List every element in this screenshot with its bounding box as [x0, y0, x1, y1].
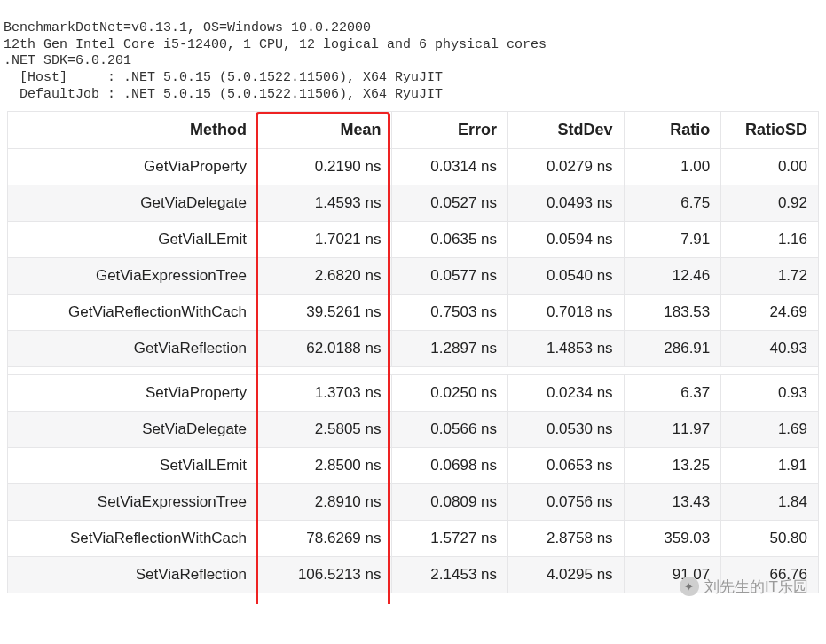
cell-mean: 2.8910 ns	[258, 483, 392, 520]
table-row: GetViaProperty0.2190 ns0.0314 ns0.0279 n…	[8, 148, 819, 185]
cell-stddev: 2.8758 ns	[508, 520, 625, 556]
cell-mean: 2.5805 ns	[258, 411, 392, 447]
header-line: .NET SDK=6.0.201	[4, 53, 131, 68]
cell-method: SetViaProperty	[8, 374, 258, 411]
cell-mean: 0.2190 ns	[258, 148, 392, 185]
cell-ratio: 6.37	[624, 374, 721, 411]
cell-method: SetViaDelegate	[8, 411, 258, 447]
cell-ratio: 183.53	[624, 294, 721, 330]
cell-stddev: 4.0295 ns	[508, 556, 625, 593]
table-row: SetViaDelegate2.5805 ns0.0566 ns0.0530 n…	[8, 411, 819, 447]
cell-ratiosd: 1.84	[721, 483, 819, 520]
cell-mean: 1.4593 ns	[258, 185, 392, 221]
table-row: GetViaDelegate1.4593 ns0.0527 ns0.0493 n…	[8, 185, 819, 221]
benchmark-table: Method Mean Error StdDev Ratio RatioSD G…	[7, 111, 819, 593]
table-spacer-row	[8, 366, 819, 374]
table-row: SetViaProperty1.3703 ns0.0250 ns0.0234 n…	[8, 374, 819, 411]
cell-ratio: 13.25	[624, 447, 721, 483]
cell-method: SetViaILEmit	[8, 447, 258, 483]
cell-method: GetViaReflection	[8, 330, 258, 366]
cell-ratiosd: 1.69	[721, 411, 819, 447]
cell-error: 0.0566 ns	[392, 411, 508, 447]
cell-ratio: 1.00	[624, 148, 721, 185]
benchmark-header: BenchmarkDotNet=v0.13.1, OS=Windows 10.0…	[0, 0, 826, 111]
cell-stddev: 0.0493 ns	[508, 185, 625, 221]
cell-stddev: 0.0594 ns	[508, 221, 625, 257]
cell-error: 0.0809 ns	[392, 483, 508, 520]
spacer-cell	[8, 366, 819, 374]
cell-error: 0.0635 ns	[392, 221, 508, 257]
cell-method: GetViaDelegate	[8, 185, 258, 221]
table-row: SetViaReflection106.5213 ns2.1453 ns4.02…	[8, 556, 819, 593]
cell-method: GetViaExpressionTree	[8, 257, 258, 294]
cell-error: 1.5727 ns	[392, 520, 508, 556]
header-line: BenchmarkDotNet=v0.13.1, OS=Windows 10.0…	[4, 20, 371, 35]
cell-ratiosd: 50.80	[721, 520, 819, 556]
table-row: SetViaILEmit2.8500 ns0.0698 ns0.0653 ns1…	[8, 447, 819, 483]
col-stddev: StdDev	[508, 111, 625, 148]
cell-method: SetViaExpressionTree	[8, 483, 258, 520]
cell-error: 0.7503 ns	[392, 294, 508, 330]
cell-ratiosd: 1.16	[721, 221, 819, 257]
cell-method: SetViaReflection	[8, 556, 258, 593]
cell-mean: 1.3703 ns	[258, 374, 392, 411]
benchmark-table-wrap: Method Mean Error StdDev Ratio RatioSD G…	[0, 111, 826, 604]
cell-mean: 1.7021 ns	[258, 221, 392, 257]
header-line: [Host] : .NET 5.0.15 (5.0.1522.11506), X…	[4, 70, 443, 85]
table-row: SetViaReflectionWithCach78.6269 ns1.5727…	[8, 520, 819, 556]
cell-ratiosd: 24.69	[721, 294, 819, 330]
cell-ratiosd: 0.00	[721, 148, 819, 185]
cell-ratio: 11.97	[624, 411, 721, 447]
cell-stddev: 0.0756 ns	[508, 483, 625, 520]
cell-error: 2.1453 ns	[392, 556, 508, 593]
cell-mean: 2.8500 ns	[258, 447, 392, 483]
table-row: GetViaILEmit1.7021 ns0.0635 ns0.0594 ns7…	[8, 221, 819, 257]
cell-ratio: 359.03	[624, 520, 721, 556]
cell-method: SetViaReflectionWithCach	[8, 520, 258, 556]
cell-error: 0.0527 ns	[392, 185, 508, 221]
cell-ratiosd: 0.93	[721, 374, 819, 411]
table-body: GetViaProperty0.2190 ns0.0314 ns0.0279 n…	[8, 148, 819, 593]
cell-error: 0.0314 ns	[392, 148, 508, 185]
cell-mean: 62.0188 ns	[258, 330, 392, 366]
cell-ratiosd: 40.93	[721, 330, 819, 366]
table-header-row: Method Mean Error StdDev Ratio RatioSD	[8, 111, 819, 148]
cell-ratio: 91.07	[624, 556, 721, 593]
cell-mean: 2.6820 ns	[258, 257, 392, 294]
cell-stddev: 0.0540 ns	[508, 257, 625, 294]
header-line: 12th Gen Intel Core i5-12400, 1 CPU, 12 …	[4, 37, 547, 52]
cell-ratiosd: 1.91	[721, 447, 819, 483]
cell-ratiosd: 1.72	[721, 257, 819, 294]
cell-method: GetViaILEmit	[8, 221, 258, 257]
cell-mean: 39.5261 ns	[258, 294, 392, 330]
cell-method: GetViaProperty	[8, 148, 258, 185]
cell-stddev: 0.7018 ns	[508, 294, 625, 330]
cell-stddev: 1.4853 ns	[508, 330, 625, 366]
cell-stddev: 0.0653 ns	[508, 447, 625, 483]
col-error: Error	[392, 111, 508, 148]
cell-mean: 78.6269 ns	[258, 520, 392, 556]
cell-ratiosd: 0.92	[721, 185, 819, 221]
cell-stddev: 0.0234 ns	[508, 374, 625, 411]
cell-error: 1.2897 ns	[392, 330, 508, 366]
cell-stddev: 0.0530 ns	[508, 411, 625, 447]
cell-method: GetViaReflectionWithCach	[8, 294, 258, 330]
cell-ratiosd: 66.76	[721, 556, 819, 593]
col-mean: Mean	[258, 111, 392, 148]
header-line: DefaultJob : .NET 5.0.15 (5.0.1522.11506…	[4, 87, 443, 102]
cell-error: 0.0698 ns	[392, 447, 508, 483]
cell-ratio: 286.91	[624, 330, 721, 366]
table-row: GetViaReflection62.0188 ns1.2897 ns1.485…	[8, 330, 819, 366]
table-row: SetViaExpressionTree2.8910 ns0.0809 ns0.…	[8, 483, 819, 520]
col-method: Method	[8, 111, 258, 148]
cell-error: 0.0577 ns	[392, 257, 508, 294]
cell-error: 0.0250 ns	[392, 374, 508, 411]
col-ratiosd: RatioSD	[721, 111, 819, 148]
cell-stddev: 0.0279 ns	[508, 148, 625, 185]
cell-ratio: 13.43	[624, 483, 721, 520]
cell-ratio: 12.46	[624, 257, 721, 294]
table-row: GetViaExpressionTree2.6820 ns0.0577 ns0.…	[8, 257, 819, 294]
table-row: GetViaReflectionWithCach39.5261 ns0.7503…	[8, 294, 819, 330]
cell-ratio: 7.91	[624, 221, 721, 257]
cell-ratio: 6.75	[624, 185, 721, 221]
